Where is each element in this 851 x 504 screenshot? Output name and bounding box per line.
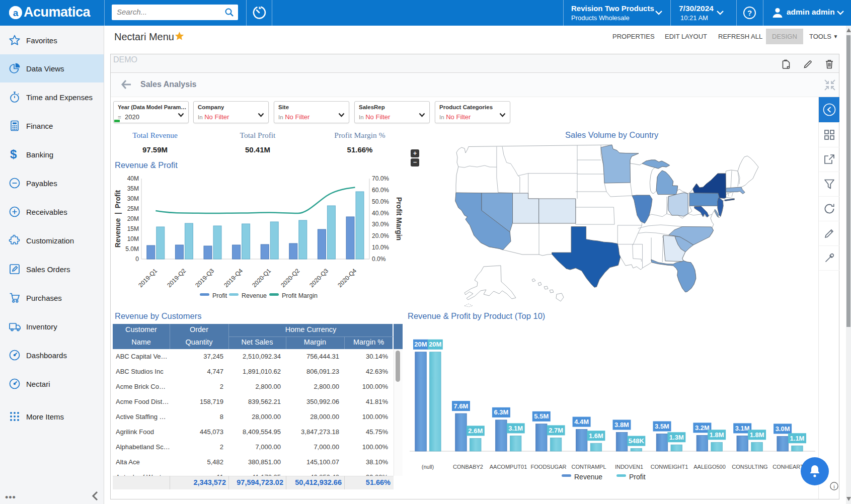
svg-text:AALEGO500: AALEGO500 — [693, 464, 726, 470]
svg-text:60.0%: 60.0% — [372, 187, 389, 194]
svg-text:30M: 30M — [127, 195, 139, 202]
svg-text:5.0M: 5.0M — [125, 245, 139, 253]
svg-text:2019-Q4: 2019-Q4 — [222, 267, 244, 289]
svg-text:20M: 20M — [429, 341, 441, 348]
svg-text:2020-Q3: 2020-Q3 — [308, 267, 330, 289]
svg-text:3.2M: 3.2M — [695, 424, 710, 432]
svg-text:3.0M: 3.0M — [776, 425, 790, 433]
svg-text:Revenue | Profit: Revenue | Profit — [114, 190, 122, 247]
svg-text:CONSULTING: CONSULTING — [732, 464, 767, 470]
svg-text:2020-Q1: 2020-Q1 — [251, 267, 272, 289]
svg-text:70.0%: 70.0% — [372, 175, 389, 182]
svg-text:Profit: Profit — [629, 473, 646, 481]
svg-text:20.0%: 20.0% — [372, 232, 389, 239]
svg-text:3.5M: 3.5M — [655, 423, 669, 430]
svg-text:Profit: Profit — [212, 292, 227, 299]
svg-text:2019-Q2: 2019-Q2 — [166, 267, 187, 289]
svg-text:i: i — [833, 483, 835, 489]
svg-text:AACOMPUT01: AACOMPUT01 — [490, 464, 527, 470]
svg-text:0.0%: 0.0% — [372, 256, 386, 263]
svg-text:6.3M: 6.3M — [494, 408, 508, 416]
svg-text:1.3M: 1.3M — [669, 434, 684, 441]
svg-text:3.1M: 3.1M — [508, 425, 523, 432]
svg-text:3.8M: 3.8M — [614, 421, 629, 429]
svg-text:Profit Margin: Profit Margin — [395, 197, 403, 240]
svg-text:15M: 15M — [127, 225, 139, 232]
svg-text:2020-Q4: 2020-Q4 — [336, 267, 358, 289]
svg-text:25M: 25M — [127, 205, 139, 212]
svg-text:1.8M: 1.8M — [750, 431, 764, 439]
svg-text:7.6M: 7.6M — [454, 402, 469, 410]
svg-text:INDOVEN1: INDOVEN1 — [615, 464, 643, 470]
svg-text:40.0%: 40.0% — [372, 210, 389, 217]
svg-text:1.6M: 1.6M — [589, 432, 603, 440]
svg-text:a: a — [13, 8, 19, 18]
svg-text:?: ? — [747, 9, 752, 17]
svg-text:4.4M: 4.4M — [574, 418, 589, 426]
svg-text:548K: 548K — [629, 437, 645, 445]
svg-text:CONBABY2: CONBABY2 — [453, 464, 483, 470]
svg-text:10M: 10M — [127, 235, 139, 242]
svg-text:5.5M: 5.5M — [534, 412, 549, 420]
svg-text:Revenue: Revenue — [574, 473, 602, 481]
svg-text:3.1M: 3.1M — [735, 425, 750, 432]
svg-text:30.0%: 30.0% — [372, 221, 389, 228]
svg-text:Profit Margin: Profit Margin — [282, 292, 318, 299]
svg-text:FOODSUGAR: FOODSUGAR — [531, 464, 567, 470]
svg-text:2020-Q2: 2020-Q2 — [279, 267, 301, 289]
svg-text:1.8M: 1.8M — [710, 431, 724, 439]
svg-text:35M: 35M — [127, 185, 139, 192]
svg-text:50.0%: 50.0% — [372, 198, 389, 205]
svg-text:CONWEIGHT1: CONWEIGHT1 — [651, 464, 688, 470]
svg-text:(null): (null) — [422, 464, 434, 470]
svg-text:40M: 40M — [127, 175, 139, 182]
svg-text:2.7M: 2.7M — [549, 427, 563, 434]
svg-text:20M: 20M — [414, 341, 427, 348]
svg-text:2019-Q1: 2019-Q1 — [137, 267, 159, 289]
svg-text:0: 0 — [135, 256, 139, 263]
svg-text:2019-Q3: 2019-Q3 — [194, 267, 215, 289]
svg-text:Revenue: Revenue — [242, 292, 267, 299]
svg-text:CONTRAMPL: CONTRAMPL — [571, 464, 606, 470]
svg-text:10.0%: 10.0% — [372, 244, 389, 251]
svg-text:2.6M: 2.6M — [468, 427, 483, 435]
svg-text:20M: 20M — [127, 215, 139, 222]
svg-text:1.1M: 1.1M — [790, 435, 805, 442]
